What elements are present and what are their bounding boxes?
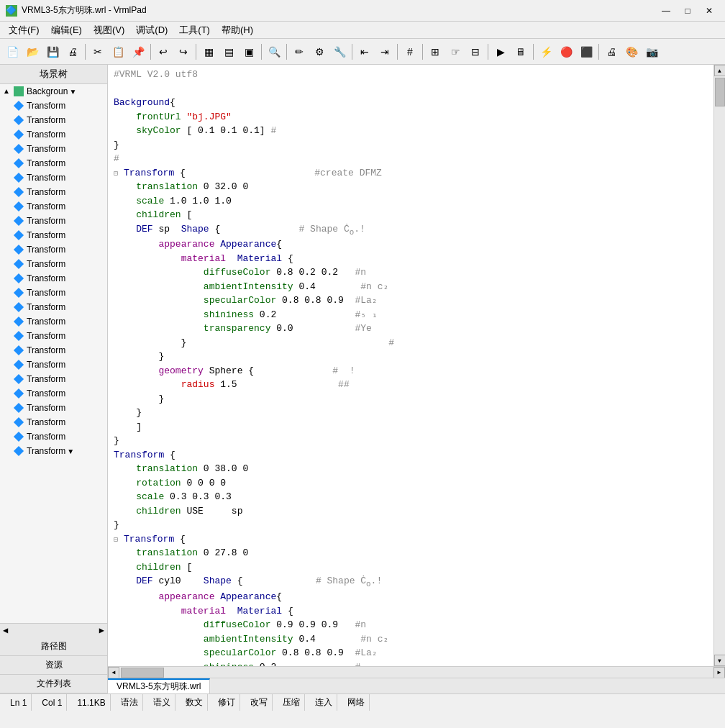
tree-item-15[interactable]: Transform [0, 314, 107, 329]
tree-item-1[interactable]: Transform [0, 113, 107, 127]
tree-item-0[interactable]: Transform [0, 99, 107, 113]
tree-item-17[interactable]: Transform [0, 343, 107, 358]
tree-item-20[interactable]: Transform [0, 386, 107, 401]
tree-item-19[interactable]: Transform [0, 372, 107, 386]
copy-button[interactable]: 📋 [109, 42, 127, 61]
extra-btn2[interactable]: 🎨 [622, 42, 641, 61]
tree-item-23[interactable]: Transform [0, 429, 107, 444]
nav-btn1[interactable]: ⊞ [426, 42, 444, 61]
editor-tab-main[interactable]: VRML3-5东方明珠.wrl [108, 678, 210, 693]
tree-item-21[interactable]: Transform [0, 401, 107, 415]
undo-button[interactable]: ↩ [154, 42, 173, 61]
horizontal-scrollbar[interactable]: ◀ ▶ [108, 666, 725, 678]
run-btn2[interactable]: 🖥 [511, 42, 530, 61]
h-scroll-track[interactable] [119, 667, 713, 678]
tree-item-7[interactable]: Transform [0, 199, 107, 214]
menu-debug[interactable]: 调试(D) [130, 22, 173, 38]
redo-button[interactable]: ↪ [174, 42, 193, 61]
expand-icon[interactable]: ▲ [3, 87, 12, 96]
close-button[interactable]: ✕ [699, 3, 719, 19]
nav-btn3[interactable]: ⊟ [466, 42, 485, 61]
scroll-track[interactable] [714, 76, 725, 655]
tool-btn2[interactable]: ⚙ [310, 42, 329, 61]
scene-tree[interactable]: ▲ Backgroun ▼ Transform Transform Transf… [0, 84, 107, 623]
tree-item-5[interactable]: Transform [0, 170, 107, 185]
code-editor[interactable]: #VRML V2.0 utf8 Background{ frontUrl "bj… [108, 65, 713, 666]
tree-item-14[interactable]: Transform [0, 300, 107, 314]
scroll-right-icon[interactable]: ▶ [99, 625, 104, 636]
extra-btn1[interactable]: 🖨 [602, 42, 621, 61]
h-scroll-thumb[interactable] [121, 668, 164, 678]
app-icon: 🔷 [6, 5, 17, 17]
scroll-down-arrow[interactable]: ▼ [714, 655, 726, 666]
tree-item-13[interactable]: Transform [0, 286, 107, 300]
tree-item-16[interactable]: Transform [0, 329, 107, 343]
open-button[interactable]: 📂 [23, 42, 42, 61]
vertical-scrollbar[interactable]: ▲ ▼ [713, 65, 725, 666]
menu-file[interactable]: 文件(F) [3, 22, 45, 38]
run-btn1[interactable]: ▶ [491, 42, 510, 61]
tree-item-12[interactable]: Transform [0, 271, 107, 286]
tree-label: Transform [27, 245, 65, 255]
status-size: 11.1KB [73, 694, 110, 711]
save-button[interactable]: 💾 [43, 42, 62, 61]
tree-item-9[interactable]: Transform [0, 228, 107, 242]
tree-item-10[interactable]: Transform [0, 242, 107, 257]
extra-btn3[interactable]: 📷 [642, 42, 661, 61]
scroll-thumb[interactable] [715, 78, 725, 106]
cut-button[interactable]: ✂ [88, 42, 107, 61]
tree-item-background[interactable]: ▲ Backgroun ▼ [0, 84, 107, 99]
scroll-left-icon[interactable]: ◀ [3, 625, 8, 636]
menu-help[interactable]: 帮助(H) [216, 22, 259, 38]
tree-item-4[interactable]: Transform [0, 156, 107, 170]
minimize-button[interactable]: — [656, 3, 676, 19]
tree-label: Transform [27, 317, 65, 327]
view-btn2[interactable]: ▤ [219, 42, 238, 61]
scroll-up-arrow[interactable]: ▲ [714, 65, 726, 76]
view-btn3[interactable]: ▣ [240, 42, 258, 61]
tree-label: Transform [27, 187, 65, 197]
indent-btn2[interactable]: ⇥ [375, 42, 394, 61]
tool-btn1[interactable]: ✏ [290, 42, 309, 61]
print-button[interactable]: 🖨 [63, 42, 82, 61]
tree-item-11[interactable]: Transform [0, 257, 107, 271]
status-lang: 语法 [117, 694, 143, 711]
expand-icon [3, 447, 12, 455]
tool-btn3[interactable]: 🔧 [330, 42, 349, 61]
menu-tools[interactable]: 工具(T) [173, 22, 216, 38]
tree-item-3[interactable]: Transform [0, 142, 107, 156]
expand-icon [3, 317, 12, 326]
tree-item-2[interactable]: Transform [0, 127, 107, 142]
debug-btn3[interactable]: ⬛ [577, 42, 596, 61]
scroll-right-arrow[interactable]: ▶ [713, 667, 725, 678]
debug-btn2[interactable]: 🔴 [557, 42, 575, 61]
scroll-left-arrow[interactable]: ◀ [108, 667, 119, 678]
tree-item-18[interactable]: Transform [0, 358, 107, 372]
tree-item-8[interactable]: Transform [0, 214, 107, 228]
indent-btn1[interactable]: ⇤ [355, 42, 374, 61]
tree-item-22[interactable]: Transform [0, 415, 107, 429]
tree-label: Transform [27, 230, 65, 240]
paste-button[interactable]: 📌 [129, 42, 147, 61]
expand-icon [3, 116, 12, 124]
editor-tabs: VRML3-5东方明珠.wrl [108, 678, 725, 693]
hash-button[interactable]: # [401, 42, 419, 61]
menu-edit[interactable]: 编辑(E) [45, 22, 88, 38]
expand-icon [3, 375, 12, 383]
status-semantics: 语义 [149, 694, 175, 711]
sidebar-tab-resources[interactable]: 资源 [0, 656, 107, 675]
sidebar-tab-paths[interactable]: 路径图 [0, 637, 107, 656]
nav-btn2[interactable]: ☞ [446, 42, 465, 61]
debug-btn1[interactable]: ⚡ [537, 42, 555, 61]
menu-view[interactable]: 视图(V) [88, 22, 130, 38]
sidebar-tab-files[interactable]: 文件列表 [0, 675, 107, 693]
maximize-button[interactable]: □ [678, 3, 698, 19]
diamond-icon [13, 258, 24, 270]
tree-label: Transform [27, 417, 65, 427]
search-button[interactable]: 🔍 [265, 42, 283, 61]
diamond-icon [13, 158, 24, 169]
new-button[interactable]: 📄 [3, 42, 22, 61]
tree-item-24[interactable]: Transform ▼ [0, 444, 107, 458]
view-btn1[interactable]: ▦ [199, 42, 218, 61]
tree-item-6[interactable]: Transform [0, 185, 107, 199]
